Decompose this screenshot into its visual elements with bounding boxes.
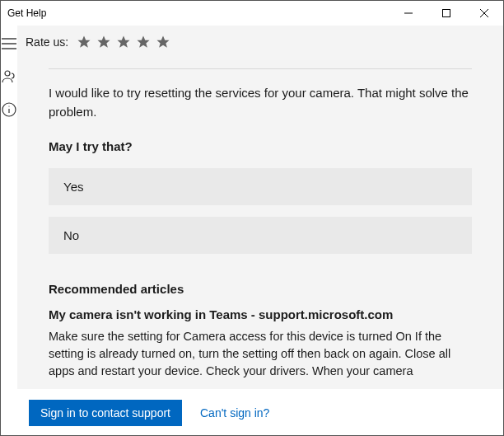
content-area: Rate us: I would like to try resetting t…	[17, 26, 503, 435]
star-icon[interactable]	[96, 35, 111, 49]
rate-bar: Rate us:	[17, 26, 503, 59]
svg-marker-11	[78, 35, 91, 47]
chat-inner: I would like to try resetting the servic…	[17, 68, 503, 380]
rate-label: Rate us:	[26, 35, 68, 49]
svg-rect-1	[443, 10, 450, 17]
star-icon[interactable]	[77, 35, 91, 49]
svg-point-10	[8, 105, 9, 106]
close-icon	[480, 9, 488, 17]
cant-sign-in-link[interactable]: Can't sign in?	[200, 406, 269, 420]
info-nav[interactable]	[1, 101, 17, 118]
article-snippet: Make sure the setting for Camera access …	[49, 328, 472, 380]
star-icon[interactable]	[136, 35, 151, 49]
app-body: Rate us: I would like to try resetting t…	[1, 26, 503, 435]
svg-point-7	[5, 71, 10, 76]
svg-marker-12	[98, 35, 110, 47]
assistant-question: May I try that?	[49, 139, 472, 153]
chat-scroll[interactable]: I would like to try resetting the servic…	[17, 59, 503, 389]
footer-bar: Sign in to contact support Can't sign in…	[17, 389, 503, 435]
article-title[interactable]: My camera isn't working in Teams - suppo…	[49, 307, 472, 321]
info-icon	[2, 102, 16, 117]
close-button[interactable]	[465, 1, 503, 26]
maximize-button[interactable]	[427, 1, 465, 26]
star-icon[interactable]	[156, 35, 170, 49]
minimize-icon	[404, 9, 413, 17]
headset-person-icon	[2, 69, 16, 84]
svg-marker-15	[157, 35, 170, 47]
sign-in-button[interactable]: Sign in to contact support	[29, 400, 182, 426]
svg-marker-14	[138, 35, 150, 47]
assistant-message: I would like to try resetting the servic…	[49, 84, 472, 121]
svg-marker-13	[118, 35, 130, 47]
option-no[interactable]: No	[49, 217, 472, 254]
sidebar	[1, 26, 17, 435]
title-bar: Get Help	[1, 1, 503, 26]
recommended-heading: Recommended articles	[49, 282, 472, 296]
maximize-icon	[442, 9, 450, 17]
minimize-button[interactable]	[390, 1, 427, 26]
window-title: Get Help	[1, 7, 46, 19]
star-icon[interactable]	[116, 35, 131, 49]
option-yes[interactable]: Yes	[49, 168, 472, 205]
contact-support-nav[interactable]	[1, 68, 17, 85]
app-window: Get Help	[0, 0, 504, 436]
rating-stars	[77, 35, 170, 49]
divider	[49, 68, 472, 69]
hamburger-icon	[2, 38, 16, 49]
menu-button[interactable]	[1, 35, 17, 52]
